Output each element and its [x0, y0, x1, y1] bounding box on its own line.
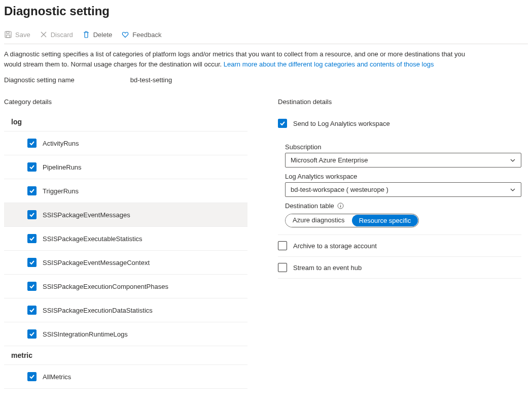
chevron-down-icon [510, 157, 516, 163]
log-heading: log [4, 113, 247, 131]
delete-label: Delete [93, 31, 113, 39]
delete-icon [82, 30, 90, 39]
category-label: SSISPackageEventMessages [43, 211, 130, 219]
category-details-column: Category details log ActivityRuns Pipeli… [4, 98, 247, 389]
category-label: ActivityRuns [43, 140, 79, 147]
discard-label: Discard [51, 31, 73, 39]
description: A diagnostic setting specifies a list of… [4, 49, 471, 69]
dest-log-analytics-row: Send to Log Analytics workspace [278, 113, 521, 134]
learn-more-link[interactable]: Learn more about the different log categ… [224, 60, 434, 68]
category-label: AllMetrics [43, 373, 71, 381]
save-button[interactable]: Save [4, 30, 30, 39]
category-label: SSISPackageExecutableStatistics [43, 235, 143, 243]
workspace-value: bd-test-workspace ( westeurope ) [291, 186, 388, 193]
setting-name-row: Diagnostic setting name bd-test-setting [4, 76, 528, 84]
svg-rect-2 [7, 35, 10, 38]
checkbox-allmetrics[interactable] [27, 372, 37, 381]
checkbox-ssis-event-messages[interactable] [27, 210, 37, 219]
subscription-select[interactable]: Microsoft Azure Enterprise [285, 153, 521, 168]
dest-label: Send to Log Analytics workspace [293, 120, 390, 127]
toolbar: Save Discard Delete Feedback [4, 30, 528, 44]
discard-button[interactable]: Discard [40, 30, 73, 39]
metric-category-row: AllMetrics [4, 365, 247, 389]
log-category-row: ActivityRuns [4, 131, 247, 155]
dest-table-label: Destination table [285, 197, 521, 212]
checkbox-ssis-exec-data-stats[interactable] [27, 306, 37, 315]
checkbox-activityruns[interactable] [27, 139, 37, 148]
subscription-value: Microsoft Azure Enterprise [291, 156, 368, 164]
feedback-icon [121, 30, 129, 39]
pill-resource-specific[interactable]: Resource specific [352, 215, 418, 226]
feedback-button[interactable]: Feedback [121, 30, 161, 39]
category-label: SSISIntegrationRuntimeLogs [43, 330, 128, 338]
checkbox-pipelineruns[interactable] [27, 162, 37, 172]
page-title: Diagnostic setting [4, 4, 528, 18]
chevron-down-icon [510, 187, 516, 193]
checkbox-ssis-exec-stats[interactable] [27, 234, 37, 243]
setting-name-label: Diagnostic setting name [4, 76, 75, 84]
log-analytics-details: Subscription Microsoft Azure Enterprise … [278, 134, 521, 235]
delete-button[interactable]: Delete [82, 30, 113, 39]
log-category-row: SSISPackageExecutionDataStatistics [4, 298, 247, 322]
checkbox-event-hub[interactable] [278, 263, 287, 272]
checkbox-log-analytics[interactable] [278, 119, 287, 128]
log-category-row: SSISIntegrationRuntimeLogs [4, 322, 247, 346]
feedback-label: Feedback [132, 31, 161, 39]
workspace-label: Log Analytics workspace [285, 168, 521, 182]
dest-table-label-text: Destination table [285, 202, 334, 210]
dest-label: Archive to a storage account [293, 242, 377, 250]
category-label: TriggerRuns [43, 187, 79, 195]
category-label: SSISPackageExecutionDataStatistics [43, 307, 153, 314]
dest-storage-row: Archive to a storage account [278, 235, 521, 257]
category-label: SSISPackageExecutionComponentPhases [43, 283, 168, 290]
metric-heading: metric [4, 346, 247, 364]
category-label: PipelineRuns [43, 163, 82, 171]
info-icon[interactable] [337, 203, 344, 209]
workspace-select[interactable]: bd-test-workspace ( westeurope ) [285, 182, 521, 197]
dest-event-hub-row: Stream to an event hub [278, 257, 521, 279]
log-category-row: SSISPackageExecutionComponentPhases [4, 275, 247, 298]
category-label: SSISPackageEventMessageContext [43, 259, 150, 266]
checkbox-ssis-integration-runtime[interactable] [27, 329, 37, 339]
checkbox-triggerruns[interactable] [27, 186, 37, 195]
discard-icon [40, 30, 48, 39]
dest-label: Stream to an event hub [293, 264, 362, 272]
log-category-row: PipelineRuns [4, 155, 247, 179]
log-category-row: SSISPackageExecutableStatistics [4, 227, 247, 251]
setting-name-value: bd-test-setting [130, 76, 172, 84]
subscription-label: Subscription [285, 138, 521, 153]
save-label: Save [15, 31, 30, 39]
log-category-row: SSISPackageEventMessages [4, 203, 247, 227]
category-details-heading: Category details [4, 98, 247, 106]
dest-table-toggle[interactable]: Azure diagnostics Resource specific [285, 214, 419, 227]
checkbox-ssis-exec-comp-phases[interactable] [27, 282, 37, 291]
checkbox-storage[interactable] [278, 241, 287, 250]
destination-details-column: Destination details Send to Log Analytic… [278, 98, 521, 389]
checkbox-ssis-event-msg-ctx[interactable] [27, 258, 37, 267]
destination-details-heading: Destination details [278, 98, 521, 106]
svg-rect-0 [5, 31, 11, 38]
log-category-row: SSISPackageEventMessageContext [4, 251, 247, 275]
svg-rect-1 [7, 31, 9, 34]
log-category-row: TriggerRuns [4, 179, 247, 203]
pill-azure-diagnostics[interactable]: Azure diagnostics [286, 214, 352, 227]
save-icon [4, 30, 12, 39]
